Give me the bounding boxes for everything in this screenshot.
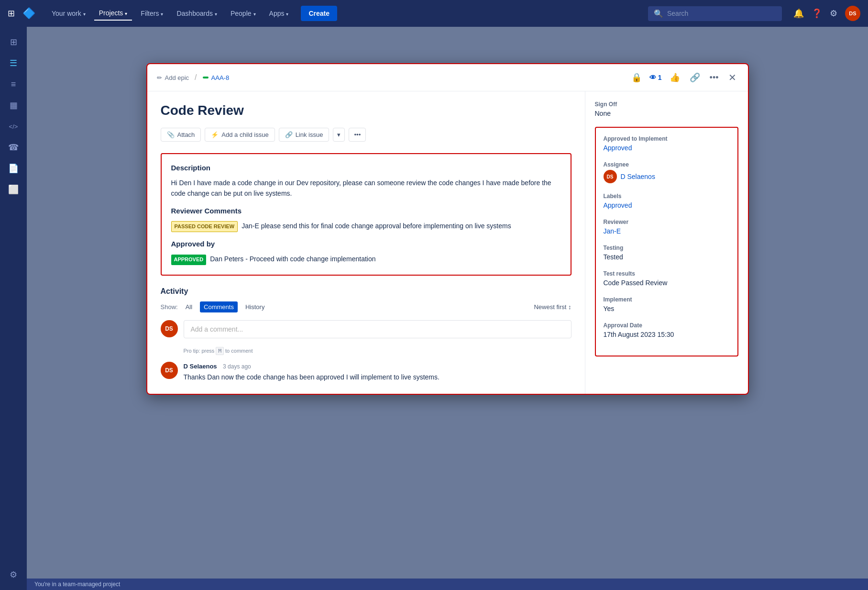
right-panel: Sign Off None Approved to Implement Appr… — [585, 91, 748, 394]
assignee-field: Assignee DS D Selaenos — [604, 161, 730, 183]
sign-off-field: Sign Off None — [595, 101, 738, 117]
activity-show-label: Show: — [161, 303, 178, 311]
sign-off-label: Sign Off — [595, 101, 738, 108]
left-panel: Code Review 📎 Attach ⚡ Add a child issue… — [147, 91, 585, 394]
sidebar-icon-list[interactable]: ≡ — [4, 75, 23, 94]
close-modal-btn[interactable]: ✕ — [726, 70, 738, 85]
toolbar-dropdown-btn[interactable]: ▾ — [333, 128, 345, 142]
description-text: Hi Den I have made a code change in our … — [171, 178, 561, 199]
keyboard-shortcut-m: M — [216, 347, 224, 355]
approval-date-label: Approval Date — [604, 322, 730, 329]
approved-by-title: Approved by — [171, 240, 561, 248]
create-button[interactable]: Create — [301, 6, 337, 21]
activity-controls: Show: All Comments History Newest first … — [161, 301, 571, 312]
activity-filter-history[interactable]: History — [242, 301, 268, 312]
share-icon-btn[interactable]: 🔗 — [688, 70, 702, 85]
toolbar-more-btn[interactable]: ••• — [349, 128, 366, 142]
breadcrumb-separator: / — [195, 73, 197, 82]
nav-item-projects[interactable]: Projects — [94, 6, 132, 21]
testing-value: Tested — [604, 253, 730, 261]
reviewer-value[interactable]: Jan-E — [604, 227, 730, 235]
comment-input-row: DS Add a comment... — [161, 320, 571, 338]
current-user-avatar: DS — [161, 320, 178, 337]
sidebar-icon-code[interactable]: </> — [4, 117, 23, 136]
sidebar-icon-board[interactable]: ▦ — [4, 96, 23, 115]
approved-to-implement-value[interactable]: Approved — [604, 144, 730, 152]
add-child-issue-button[interactable]: ⚡ Add a child issue — [205, 128, 275, 142]
search-box[interactable]: 🔍 — [648, 6, 782, 21]
sign-off-value: None — [595, 110, 738, 117]
breadcrumb-add-epic[interactable]: ✏ Add epic — [157, 74, 189, 81]
nav-action-icons: 🔔 ❓ ⚙ DS — [793, 6, 860, 21]
attach-button[interactable]: 📎 Attach — [161, 128, 201, 142]
settings-nav-icon[interactable]: ⚙ — [830, 8, 837, 19]
edit-icon: ✏ — [157, 74, 162, 81]
reviewer-comments-title: Reviewer Comments — [171, 207, 561, 215]
test-results-value: Code Passed Review — [604, 279, 730, 287]
lock-icon-btn[interactable]: 🔒 — [629, 70, 644, 85]
comment-content: D Selaenos 3 days ago Thanks Dan now the… — [184, 362, 571, 382]
search-icon: 🔍 — [654, 9, 663, 18]
approved-to-implement-field: Approved to Implement Approved — [604, 135, 730, 152]
assignee-avatar: DS — [604, 170, 617, 183]
comment-author-name: D Selaenos — [184, 363, 217, 370]
grid-menu-icon[interactable]: ⊞ — [8, 8, 15, 19]
test-results-label: Test results — [604, 270, 730, 277]
thumbsup-icon-btn[interactable]: 👍 — [668, 70, 682, 85]
reviewer-text: PASSED CODE REVIEWJan-E please send this… — [171, 221, 561, 233]
app-logo-icon[interactable]: 🔷 — [22, 7, 35, 20]
help-icon[interactable]: ❓ — [812, 8, 822, 19]
toolbar: 📎 Attach ⚡ Add a child issue 🔗 Link issu… — [161, 128, 571, 142]
child-issue-icon: ⚡ — [211, 131, 219, 138]
nav-item-filters[interactable]: Filters — [136, 7, 168, 20]
issue-modal: ✏ Add epic / AAA-8 🔒 👁 1 👍 🔗 ••• ✕ — [146, 63, 749, 395]
approved-text: APPROVEDDan Peters - Proceed with code c… — [171, 254, 561, 265]
nav-item-dashboards[interactable]: Dashboards — [172, 7, 222, 20]
right-panel-fields: Approved to Implement Approved Assignee … — [595, 127, 738, 356]
issue-tag — [203, 77, 209, 78]
sidebar: ⊞ ☰ ≡ ▦ </> ☎ 📄 ⬜ ⚙ — [0, 27, 27, 590]
activity-sort[interactable]: Newest first ↕ — [534, 303, 571, 311]
activity-filter-all[interactable]: All — [182, 301, 196, 312]
reviewer-label: Reviewer — [604, 219, 730, 225]
filters-chevron-icon — [161, 10, 163, 17]
search-input[interactable] — [667, 10, 763, 17]
implement-label: Implement — [604, 296, 730, 303]
your-work-chevron-icon — [83, 10, 86, 17]
assignee-row: DS D Selaenos — [604, 170, 730, 183]
user-avatar-nav[interactable]: DS — [845, 6, 860, 21]
testing-field: Testing Tested — [604, 245, 730, 261]
link-issue-button[interactable]: 🔗 Link issue — [279, 128, 330, 142]
bottom-bar-text: You're in a team-managed project — [34, 581, 120, 588]
sidebar-icon-page[interactable]: 📄 — [4, 159, 23, 178]
test-results-field: Test results Code Passed Review — [604, 270, 730, 287]
sidebar-icon-settings[interactable]: ⚙ — [4, 565, 23, 584]
passed-code-review-badge: PASSED CODE REVIEW — [171, 221, 238, 233]
sidebar-icon-apps[interactable]: ⊞ — [4, 33, 23, 52]
comment-input[interactable]: Add a comment... — [184, 320, 571, 338]
main-area: ✏ Add epic / AAA-8 🔒 👁 1 👍 🔗 ••• ✕ — [27, 54, 868, 590]
activity-filter-comments[interactable]: Comments — [200, 301, 238, 312]
labels-label: Labels — [604, 193, 730, 200]
nav-item-apps[interactable]: Apps — [264, 7, 294, 20]
labels-value[interactable]: Approved — [604, 201, 730, 209]
assignee-label: Assignee — [604, 161, 730, 168]
notifications-icon[interactable]: 🔔 — [793, 8, 804, 19]
comment-entry: DS D Selaenos 3 days ago Thanks Dan now … — [161, 362, 571, 382]
issue-title: Code Review — [161, 103, 571, 118]
approved-badge: APPROVED — [171, 255, 207, 265]
sidebar-icon-queue[interactable]: ☰ — [4, 54, 23, 73]
pro-tip: Pro tip: press M to comment — [184, 348, 571, 354]
eye-icon: 👁 — [649, 74, 656, 81]
nav-item-people[interactable]: People — [226, 7, 261, 20]
link-icon: 🔗 — [285, 131, 293, 138]
breadcrumb-issue-id[interactable]: AAA-8 — [203, 74, 230, 81]
bottom-bar: You're in a team-managed project — [27, 579, 868, 590]
sidebar-icon-template[interactable]: ⬜ — [4, 180, 23, 199]
sidebar-icon-phone[interactable]: ☎ — [4, 138, 23, 157]
nav-item-your-work[interactable]: Your work — [47, 7, 90, 20]
watch-badge[interactable]: 👁 1 — [649, 74, 662, 81]
more-options-btn[interactable]: ••• — [708, 71, 721, 85]
activity-section: Activity Show: All Comments History Newe… — [161, 287, 571, 382]
assignee-value[interactable]: D Selaenos — [621, 173, 655, 180]
